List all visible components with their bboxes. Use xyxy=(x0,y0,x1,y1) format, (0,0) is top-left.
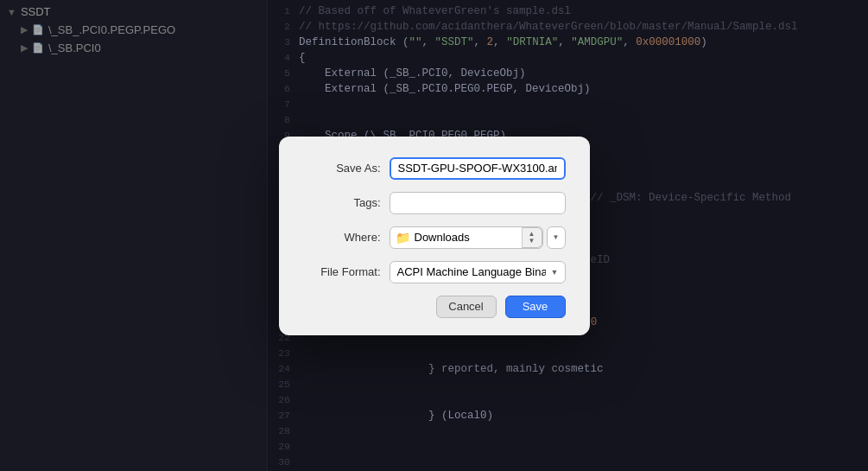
save-as-label: Save As: xyxy=(303,162,381,175)
stepper-down-icon: ▼ xyxy=(529,238,535,245)
file-format-row: File Format: ACPI Machine Language Binar… xyxy=(303,261,566,283)
where-row: Where: 📁 Downloads ▲ ▼ ▼ xyxy=(303,226,566,249)
dialog-buttons: Cancel Save xyxy=(303,296,566,318)
file-format-select[interactable]: ACPI Machine Language Binary xyxy=(390,261,566,283)
cancel-button[interactable]: Cancel xyxy=(436,296,497,318)
where-label: Where: xyxy=(303,231,381,244)
where-value: Downloads xyxy=(415,231,470,244)
tags-label: Tags: xyxy=(303,196,381,209)
modal-overlay: Save As: Tags: Where: 📁 Downloads ▲ ▼ xyxy=(0,0,868,471)
where-dropdown[interactable]: 📁 Downloads ▲ ▼ xyxy=(390,226,543,249)
save-as-row: Save As: xyxy=(303,157,566,180)
file-format-label: File Format: xyxy=(303,265,381,278)
where-select-wrap: 📁 Downloads ▲ ▼ ▼ xyxy=(390,226,566,249)
file-format-select-wrap: ACPI Machine Language Binary ▼ xyxy=(390,261,566,283)
where-expand-button[interactable]: ▼ xyxy=(547,226,566,249)
save-dialog: Save As: Tags: Where: 📁 Downloads ▲ ▼ xyxy=(279,137,590,335)
save-as-input[interactable] xyxy=(390,157,566,180)
chevron-down-icon: ▼ xyxy=(553,234,560,241)
save-button[interactable]: Save xyxy=(505,296,566,318)
tags-row: Tags: xyxy=(303,192,566,214)
tags-input[interactable] xyxy=(390,192,566,214)
folder-emoji-icon: 📁 xyxy=(396,231,410,245)
